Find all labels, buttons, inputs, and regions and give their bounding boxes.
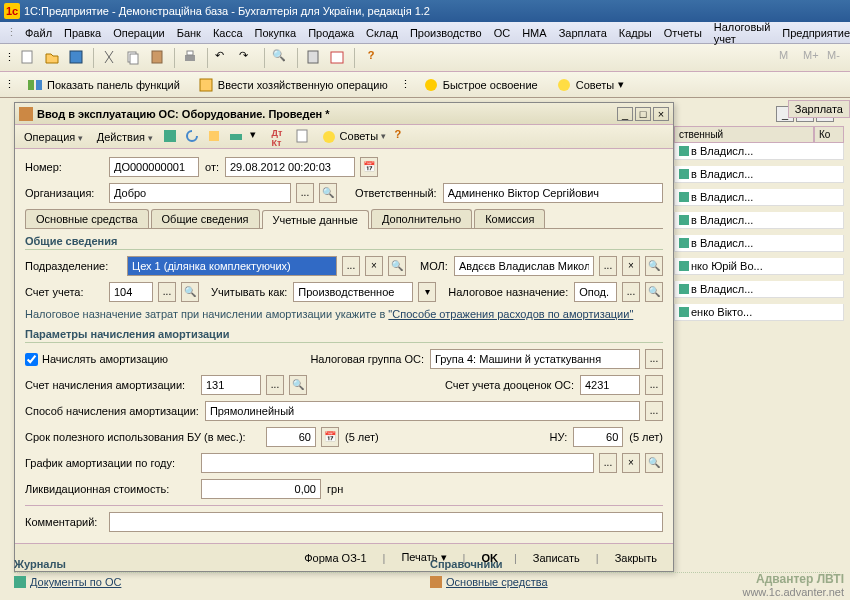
struct-icon[interactable]: ▾ — [250, 128, 268, 146]
post-icon[interactable] — [162, 128, 180, 146]
consider-select[interactable] — [293, 282, 413, 302]
m-icon[interactable]: M — [778, 48, 798, 68]
reval-account-select-button[interactable]: ... — [645, 375, 663, 395]
cut-icon[interactable] — [100, 48, 120, 68]
dt-kt-icon[interactable]: ДтКт — [272, 128, 290, 146]
tax-group-select-button[interactable]: ... — [645, 349, 663, 369]
schedule-input[interactable] — [201, 453, 594, 473]
menu-purchase[interactable]: Покупка — [249, 27, 303, 39]
tab-general[interactable]: Общие сведения — [151, 209, 260, 228]
date-input[interactable] — [225, 157, 355, 177]
tab-commission[interactable]: Комиссия — [474, 209, 545, 228]
new-icon[interactable] — [19, 48, 39, 68]
refresh-icon[interactable] — [184, 128, 202, 146]
division-select-button[interactable]: ... — [342, 256, 360, 276]
menu-salary[interactable]: Зарплата — [553, 27, 613, 39]
method-input[interactable] — [205, 401, 640, 421]
tax-purpose-select-button[interactable]: ... — [622, 282, 640, 302]
side-tab-salary[interactable]: Зарплата — [788, 100, 850, 118]
useful-life-bu-input[interactable] — [266, 427, 316, 447]
mol-search-button[interactable]: 🔍 — [645, 256, 663, 276]
tab-main-assets[interactable]: Основные средства — [25, 209, 149, 228]
tax-purpose-input[interactable] — [574, 282, 617, 302]
menu-warehouse[interactable]: Склад — [360, 27, 404, 39]
menu-sale[interactable]: Продажа — [302, 27, 360, 39]
report-icon[interactable] — [294, 128, 312, 146]
amort-account-search-button[interactable]: 🔍 — [289, 375, 307, 395]
date-picker-button[interactable]: 📅 — [360, 157, 378, 177]
dialog-maximize-button[interactable]: □ — [635, 107, 651, 121]
liquidation-input[interactable] — [201, 479, 321, 499]
quick-learn-button[interactable]: Быстрое освоение — [417, 75, 544, 95]
bg-col-ko[interactable]: Ко — [814, 126, 844, 143]
copy-icon[interactable] — [124, 48, 144, 68]
division-search-button[interactable]: 🔍 — [388, 256, 406, 276]
copy-doc-icon[interactable] — [206, 128, 224, 146]
tax-group-input[interactable] — [430, 349, 640, 369]
menu-operations[interactable]: Операции — [107, 27, 170, 39]
bg-list-row[interactable]: в Владисл... — [674, 143, 844, 160]
schedule-clear-button[interactable]: × — [622, 453, 640, 473]
account-input[interactable] — [109, 282, 153, 302]
mol-clear-button[interactable]: × — [622, 256, 640, 276]
calendar-icon[interactable] — [328, 48, 348, 68]
operation-dropdown[interactable]: Операция — [19, 128, 88, 146]
org-search-button[interactable]: 🔍 — [319, 183, 337, 203]
amort-account-input[interactable] — [201, 375, 261, 395]
help-icon[interactable]: ? — [361, 48, 381, 68]
bg-col-responsible[interactable]: ственный — [674, 126, 814, 143]
mol-input[interactable] — [454, 256, 594, 276]
open-icon[interactable] — [43, 48, 63, 68]
method-select-button[interactable]: ... — [645, 401, 663, 421]
menu-reports[interactable]: Отчеты — [658, 27, 708, 39]
comment-input[interactable] — [109, 512, 663, 532]
schedule-search-button[interactable]: 🔍 — [645, 453, 663, 473]
print-icon[interactable] — [181, 48, 201, 68]
org-input[interactable] — [109, 183, 291, 203]
menu-bank[interactable]: Банк — [171, 27, 207, 39]
paste-icon[interactable] — [148, 48, 168, 68]
schedule-select-button[interactable]: ... — [599, 453, 617, 473]
responsible-input[interactable] — [443, 183, 663, 203]
calc-amort-checkbox[interactable]: Начислять амортизацию — [25, 353, 168, 366]
help-icon[interactable]: ? — [395, 128, 413, 146]
docs-os-link[interactable]: Документы по ОС — [14, 576, 420, 588]
bg-list-row[interactable]: в Владисл... — [674, 189, 844, 206]
menu-kassa[interactable]: Касса — [207, 27, 249, 39]
bg-list-row[interactable]: в Владисл... — [674, 235, 844, 252]
show-panel-button[interactable]: Показать панель функций — [21, 75, 186, 95]
tab-additional[interactable]: Дополнительно — [371, 209, 472, 228]
number-input[interactable] — [109, 157, 199, 177]
consider-dropdown-button[interactable]: ▾ — [418, 282, 436, 302]
bg-list-row[interactable]: в Владисл... — [674, 212, 844, 229]
tab-accounting[interactable]: Учетные данные — [262, 210, 369, 229]
mol-select-button[interactable]: ... — [599, 256, 617, 276]
bg-list-row[interactable]: в Владисл... — [674, 166, 844, 183]
based-on-icon[interactable] — [228, 128, 246, 146]
redo-icon[interactable]: ↷ — [238, 48, 258, 68]
actions-dropdown[interactable]: Действия — [92, 128, 158, 146]
account-select-button[interactable]: ... — [158, 282, 176, 302]
save-icon[interactable] — [67, 48, 87, 68]
menu-nma[interactable]: НМА — [516, 27, 552, 39]
dialog-minimize-button[interactable]: _ — [617, 107, 633, 121]
account-search-button[interactable]: 🔍 — [181, 282, 199, 302]
dialog-close-button[interactable]: × — [653, 107, 669, 121]
org-select-button[interactable]: ... — [296, 183, 314, 203]
bg-list-row[interactable]: енко Вікто... — [674, 304, 844, 321]
division-input[interactable] — [127, 256, 337, 276]
m-plus-icon[interactable]: M+ — [802, 48, 822, 68]
amort-account-select-button[interactable]: ... — [266, 375, 284, 395]
menu-edit[interactable]: Правка — [58, 27, 107, 39]
bg-list-row[interactable]: в Владисл... — [674, 281, 844, 298]
life-bu-calc-button[interactable]: 📅 — [321, 427, 339, 447]
amort-note-link[interactable]: "Способе отражения расходов по амортизац… — [388, 308, 633, 320]
reval-account-input[interactable] — [580, 375, 640, 395]
menu-hr[interactable]: Кадры — [613, 27, 658, 39]
find-icon[interactable]: 🔍 — [271, 48, 291, 68]
menu-tax[interactable]: Налоговый учет — [708, 21, 777, 45]
menu-production[interactable]: Производство — [404, 27, 488, 39]
menu-file[interactable]: Файл — [19, 27, 58, 39]
calc-icon[interactable] — [304, 48, 324, 68]
division-clear-button[interactable]: × — [365, 256, 383, 276]
